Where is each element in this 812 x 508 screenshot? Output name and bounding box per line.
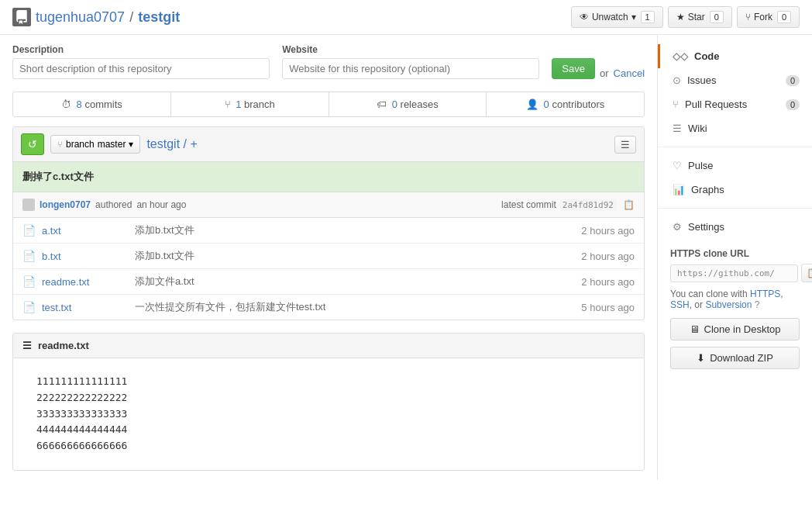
https-label: HTTPS (670, 248, 700, 259)
commit-hash[interactable]: 2a4fd81d92 (559, 199, 617, 211)
file-message-2: 添加文件a.txt (135, 275, 557, 289)
website-group: Website (282, 44, 539, 79)
author-link[interactable]: longen0707 (40, 199, 91, 210)
file-list: 📄 a.txt 添加b.txt文件 2 hours ago 📄 b.txt 添加… (13, 218, 644, 320)
copy-hash-icon[interactable]: 📋 (623, 199, 635, 210)
repo-title: tugenhua0707 / testgit (12, 8, 180, 26)
download-zip-label: Download ZIP (710, 352, 773, 364)
sidebar-divider (658, 147, 812, 147)
star-label: Star (688, 12, 705, 22)
branches-count[interactable]: 1 (236, 98, 241, 110)
contributors-label: contributors (552, 98, 604, 110)
contributors-stat[interactable]: 👤 0 contributors (487, 92, 644, 116)
file-time-1: 2 hours ago (557, 251, 635, 262)
sidebar-item-wiki[interactable]: ☰ Wiki (658, 116, 812, 140)
clone-url-input[interactable] (670, 264, 798, 282)
clone-title: HTTPS clone URL (670, 248, 800, 259)
clone-url-row: 📋 (670, 264, 800, 282)
repo-name[interactable]: testgit (138, 9, 180, 26)
or-text: or (600, 67, 609, 79)
star-button[interactable]: ★ Star 0 (668, 6, 732, 28)
clone-desktop-label: Clone in Desktop (704, 323, 781, 335)
file-icon-3: 📄 (22, 301, 36, 313)
commits-stat[interactable]: ⏱ 8 commits (13, 92, 171, 116)
clipboard-icon: 📋 (807, 268, 812, 278)
graphs-icon: 📊 (673, 184, 685, 195)
releases-count[interactable]: 0 (392, 98, 397, 110)
author-avatar (22, 199, 35, 211)
readme-section: ☰ readme.txt 111111111111111222222222222… (12, 333, 645, 471)
sidebar-pulse-label: Pulse (688, 160, 714, 171)
add-file-link[interactable]: + (190, 137, 197, 150)
sidebar-item-settings[interactable]: ⚙ Settings (658, 215, 812, 239)
subversion-link[interactable]: Subversion (705, 299, 752, 310)
branch-name: master (98, 139, 126, 150)
branches-icon: ⑂ (225, 98, 231, 110)
readme-body: 1111111111111112222222222222223333333333… (13, 358, 644, 470)
file-row: 📄 b.txt 添加b.txt文件 2 hours ago (13, 244, 644, 269)
copy-url-button[interactable]: 📋 (801, 264, 812, 282)
help-icon[interactable]: ? (755, 299, 760, 310)
sidebar-issues-label: Issues (687, 74, 717, 86)
file-name-1[interactable]: b.txt (42, 251, 135, 262)
description-section: Description Website Save or Cancel (12, 44, 645, 79)
clone-section: HTTPS clone URL 📋 You can clone with HTT… (658, 239, 812, 385)
commit-message: 删掉了c.txt文件 (13, 162, 644, 192)
file-name-3[interactable]: test.txt (42, 302, 135, 313)
contributors-count[interactable]: 0 (544, 98, 549, 110)
main-layout: Description Website Save or Cancel ⏱ 8 c… (0, 35, 812, 480)
file-name-2[interactable]: readme.txt (42, 276, 135, 288)
list-view-button[interactable]: ☰ (614, 136, 636, 154)
watch-button[interactable]: 👁 Unwatch ▾ 1 (571, 6, 663, 28)
releases-stat[interactable]: 🏷 0 releases (329, 92, 487, 116)
latest-commit-row: longen0707 authored an hour ago latest c… (13, 192, 644, 218)
desktop-icon: 🖥 (690, 323, 700, 335)
description-group: Description (12, 44, 270, 79)
sidebar-divider-2 (658, 208, 812, 209)
pulse-icon: ♡ (673, 160, 682, 171)
stats-bar: ⏱ 8 commits ⑂ 1 branch 🏷 0 releases 👤 0 … (12, 92, 645, 117)
sidebar-item-pulse[interactable]: ♡ Pulse (658, 154, 812, 178)
pull-requests-icon: ⑂ (673, 98, 679, 110)
file-row: 📄 a.txt 添加b.txt文件 2 hours ago (13, 218, 644, 244)
commits-count[interactable]: 8 (77, 98, 82, 110)
clone-text-before: You can clone with (670, 289, 748, 299)
file-area-header: ↺ ⑂ branch master ▾ testgit / + ☰ (13, 127, 644, 162)
commits-icon: ⏱ (61, 98, 71, 110)
ssh-link[interactable]: SSH (670, 299, 690, 310)
commit-author: longen0707 authored an hour ago (22, 199, 186, 211)
download-zip-button[interactable]: ⬇ Download ZIP (670, 347, 800, 369)
description-input[interactable] (12, 58, 270, 79)
sidebar-item-issues[interactable]: ⊙ Issues 0 (658, 68, 812, 92)
save-button[interactable]: Save (552, 58, 595, 79)
sidebar-item-pull-requests[interactable]: ⑂ Pull Requests 0 (658, 92, 812, 116)
fork-label: Fork (754, 12, 772, 22)
fork-button[interactable]: ⑂ Fork 0 (737, 6, 800, 28)
clone-desktop-button[interactable]: 🖥 Clone in Desktop (670, 318, 800, 340)
star-icon: ★ (676, 12, 685, 22)
file-message-1: 添加b.txt文件 (135, 249, 557, 263)
sidebar-pr-label: Pull Requests (685, 98, 747, 110)
sidebar-item-graphs[interactable]: 📊 Graphs (658, 178, 812, 202)
file-icon-0: 📄 (22, 224, 36, 237)
cancel-link[interactable]: Cancel (614, 67, 645, 79)
file-time-0: 2 hours ago (557, 225, 635, 237)
releases-icon: 🏷 (377, 98, 387, 110)
repo-owner[interactable]: tugenhua0707 (36, 9, 125, 26)
branches-stat[interactable]: ⑂ 1 branch (171, 92, 329, 116)
branch-dropdown[interactable]: ⑂ branch master ▾ (50, 135, 140, 154)
sidebar-item-code[interactable]: ◇◇ Code (658, 44, 812, 68)
repo-path-link[interactable]: testgit (146, 137, 180, 150)
file-row: 📄 readme.txt 添加文件a.txt 2 hours ago (13, 269, 644, 295)
file-row: 📄 test.txt 一次性提交所有文件，包括新建文件test.txt 5 ho… (13, 295, 644, 320)
contributors-icon: 👤 (526, 98, 538, 110)
header-actions: 👁 Unwatch ▾ 1 ★ Star 0 ⑂ Fork 0 (571, 6, 800, 28)
main-content: Description Website Save or Cancel ⏱ 8 c… (0, 35, 657, 480)
file-name-0[interactable]: a.txt (42, 225, 135, 237)
watch-label: Unwatch (592, 12, 628, 22)
https-link[interactable]: HTTPS (750, 289, 780, 299)
sync-button[interactable]: ↺ (21, 133, 44, 155)
website-input[interactable] (282, 58, 539, 79)
wiki-icon: ☰ (673, 123, 682, 134)
watch-dropdown-icon: ▾ (631, 12, 636, 22)
